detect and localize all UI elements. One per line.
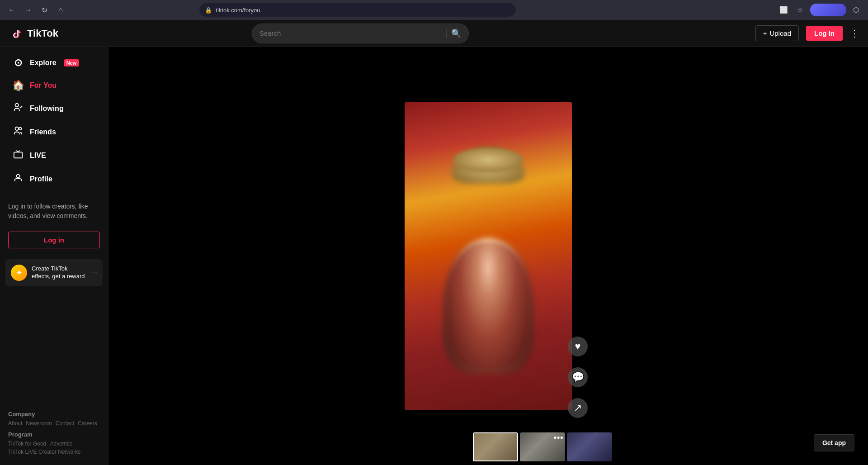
company-links: About Newsroom Contact Careers <box>8 420 100 427</box>
create-effects-banner[interactable]: ✦ Create TikTok effects, get a reward ⋯ <box>5 259 103 286</box>
browser-refresh-btn[interactable]: ↻ <box>38 4 51 16</box>
svg-point-3 <box>19 128 22 130</box>
thumb-bg <box>474 433 517 460</box>
video-player[interactable] <box>405 102 572 410</box>
browser-lock-icon: 🔒 <box>205 7 212 14</box>
logo-text: TikTok <box>27 28 58 39</box>
effects-icon: ✦ <box>11 265 27 281</box>
browser-right-icons: ⬜ ☆ ⬡ <box>778 4 863 16</box>
company-title: Company <box>8 411 100 418</box>
thumbnail-3[interactable] <box>567 432 612 461</box>
sidebar-item-label: Friends <box>30 128 56 136</box>
live-icon <box>12 149 24 162</box>
following-icon <box>12 102 24 115</box>
footer-link-advertise[interactable]: Advertise <box>50 441 72 447</box>
video-figure-top <box>448 242 529 369</box>
comment-button[interactable]: 💬 <box>568 367 588 389</box>
browser-address-bar[interactable]: 🔒 tiktok.com/foryou <box>199 3 516 17</box>
search-input[interactable] <box>259 29 442 37</box>
sidebar-item-label: For You <box>30 81 57 90</box>
browser-home-btn[interactable]: ⌂ <box>54 4 67 16</box>
like-icon: ♥ <box>568 337 588 356</box>
comment-icon: 💬 <box>568 367 588 387</box>
footer-link-tiktok-good[interactable]: TikTok for Good <box>8 441 46 447</box>
footer-link-contact[interactable]: Contact <box>56 420 74 427</box>
sidebar-item-label: Profile <box>30 175 52 183</box>
sidebar-login-button[interactable]: Log in <box>8 232 100 248</box>
share-button[interactable]: ↗ <box>568 398 588 420</box>
footer-link-live-creator[interactable]: TikTok LIVE Creator Networks <box>8 449 80 455</box>
sidebar-item-label: LIVE <box>30 152 46 160</box>
thumbnail-1[interactable] <box>473 432 518 461</box>
thumbnail-2[interactable]: ●●● <box>520 432 565 461</box>
svg-point-5 <box>16 175 19 178</box>
new-badge: New <box>64 59 80 66</box>
sidebar-item-friends[interactable]: Friends <box>4 121 104 143</box>
program-title: Program <box>8 431 100 438</box>
sidebar: ⊙ Explore New 🏠 For You Following <box>0 47 108 465</box>
bottom-thumbnail-strip: ●●● <box>217 429 868 465</box>
sidebar-item-for-you[interactable]: 🏠 For You <box>4 75 104 96</box>
like-button[interactable]: ♥ <box>568 337 588 358</box>
sidebar-item-following[interactable]: Following <box>4 98 104 119</box>
for-you-icon: 🏠 <box>12 80 24 91</box>
explore-icon: ⊙ <box>12 57 24 69</box>
sidebar-item-label: Following <box>30 104 64 113</box>
upload-label: Upload <box>769 29 791 37</box>
browser-star-icon[interactable]: ☆ <box>794 4 807 16</box>
browser-back-btn[interactable]: ← <box>5 4 18 16</box>
profile-icon <box>12 173 24 185</box>
browser-cast-icon[interactable]: ⬜ <box>778 4 790 16</box>
svg-point-1 <box>15 104 19 107</box>
browser-extensions-icon[interactable]: ⬡ <box>850 4 863 16</box>
login-button[interactable]: Log In <box>806 26 843 41</box>
footer-link-newsroom[interactable]: Newsroom <box>26 420 52 427</box>
video-feed: ♥ 💬 ↗ ●●● <box>108 47 868 465</box>
tiktok-logo-icon <box>9 26 24 41</box>
sidebar-footer: Company About Newsroom Contact Careers P… <box>0 405 108 460</box>
thumb-dots-icon: ●●● <box>553 434 563 441</box>
sidebar-item-label: Explore <box>30 59 57 67</box>
search-bar[interactable]: 🔍 <box>252 24 469 43</box>
effects-text: Create TikTok effects, get a reward <box>32 265 86 280</box>
top-nav: TikTok 🔍 + Upload Log In ⋮ <box>0 20 868 47</box>
search-icon: 🔍 <box>451 28 461 38</box>
browser-profile-btn[interactable] <box>810 4 846 16</box>
svg-point-2 <box>15 127 19 130</box>
sidebar-item-profile[interactable]: Profile <box>4 168 104 190</box>
top-nav-right: + Upload Log In ⋮ <box>755 25 859 41</box>
program-links: TikTok for Good Advertise TikTok LIVE Cr… <box>8 441 100 455</box>
upload-plus-icon: + <box>763 29 767 37</box>
get-app-button[interactable]: Get app <box>814 434 854 451</box>
effects-dots-icon: ⋯ <box>91 269 97 276</box>
more-options-button[interactable]: ⋮ <box>850 28 859 39</box>
app-container: TikTok 🔍 + Upload Log In ⋮ ⊙ Explore New <box>0 20 868 465</box>
footer-link-about[interactable]: About <box>8 420 22 427</box>
video-hat-top <box>453 147 524 172</box>
logo-area: TikTok <box>9 26 108 41</box>
login-prompt-text: Log in to follow creators, like videos, … <box>0 195 108 228</box>
thumb-bg <box>567 432 612 461</box>
sidebar-item-live[interactable]: LIVE <box>4 145 104 166</box>
browser-forward-btn[interactable]: → <box>22 4 34 16</box>
friends-icon <box>12 126 24 138</box>
upload-button[interactable]: + Upload <box>755 25 799 41</box>
side-actions: ♥ 💬 ↗ <box>568 337 588 420</box>
footer-link-careers[interactable]: Careers <box>78 420 97 427</box>
browser-chrome: ← → ↻ ⌂ 🔒 tiktok.com/foryou ⬜ ☆ ⬡ <box>0 0 868 20</box>
sidebar-item-explore[interactable]: ⊙ Explore New <box>4 52 104 73</box>
svg-rect-4 <box>14 152 22 158</box>
browser-url: tiktok.com/foryou <box>216 7 260 14</box>
share-icon: ↗ <box>568 398 588 418</box>
search-divider <box>446 29 447 38</box>
main-content: ⊙ Explore New 🏠 For You Following <box>0 47 868 465</box>
